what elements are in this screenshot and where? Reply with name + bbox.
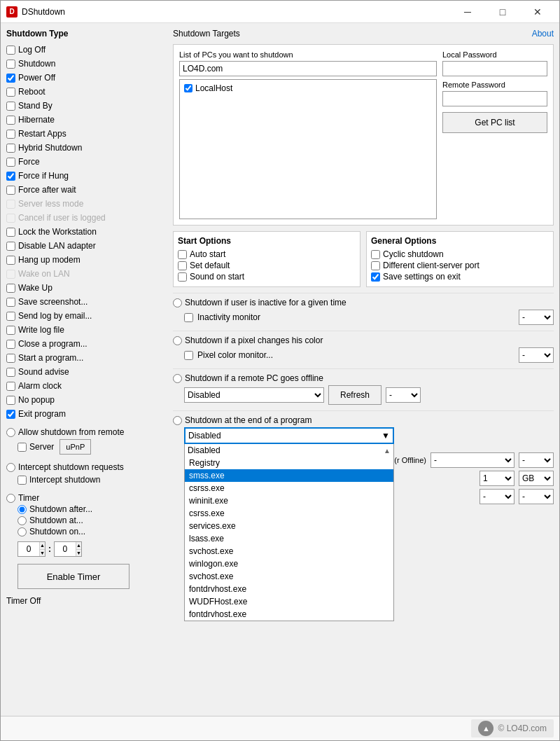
checkbox-start-program-input[interactable] bbox=[6, 354, 15, 363]
checkbox-standby-input[interactable] bbox=[6, 102, 15, 111]
shutdown-at-radio-input[interactable] bbox=[18, 516, 27, 525]
size-value-select[interactable]: 1 bbox=[479, 471, 514, 486]
after-offline-select[interactable]: - bbox=[430, 452, 514, 468]
extra-dropdown-2[interactable]: - bbox=[519, 489, 554, 504]
offline-header: Shutdown if a remote PC goes offline bbox=[173, 373, 554, 383]
checkbox-sound-advise-input[interactable] bbox=[6, 368, 15, 377]
checkbox-power-off-input[interactable] bbox=[6, 74, 15, 83]
checkbox-save-settings-input[interactable] bbox=[371, 272, 380, 282]
checkbox-close-program-input[interactable] bbox=[6, 340, 15, 349]
checkbox-sound-on-start-input[interactable] bbox=[178, 272, 187, 282]
inactive-dropdown[interactable]: - bbox=[519, 310, 554, 325]
timer-radio-input[interactable] bbox=[6, 494, 15, 503]
pc-input[interactable] bbox=[179, 61, 437, 76]
checkbox-save-screenshot-input[interactable] bbox=[6, 298, 15, 307]
checkbox-reboot-input[interactable] bbox=[6, 88, 15, 97]
checkbox-write-log-input[interactable] bbox=[6, 326, 15, 335]
offline-dropdown[interactable]: - bbox=[386, 387, 421, 403]
list-item-wudfhost[interactable]: WUDFHost.exe bbox=[185, 595, 393, 608]
checkbox-shutdown-input[interactable] bbox=[6, 60, 15, 69]
checkbox-no-popup-label: No popup bbox=[18, 395, 55, 405]
maximize-button[interactable]: □ bbox=[486, 1, 519, 23]
checkbox-send-log-input[interactable] bbox=[6, 312, 15, 321]
upnp-button[interactable]: uPnP bbox=[59, 439, 91, 455]
checkbox-force-input[interactable] bbox=[6, 158, 15, 167]
intercept-radio-input[interactable] bbox=[6, 463, 15, 472]
list-item-csrss2[interactable]: csrss.exe bbox=[185, 507, 393, 520]
checkbox-cyclic-input[interactable] bbox=[371, 250, 380, 259]
remote-password-input[interactable] bbox=[442, 91, 547, 106]
pixel-monitor-checkbox[interactable] bbox=[184, 351, 193, 360]
checkbox-hibernate-input[interactable] bbox=[6, 116, 15, 125]
list-item-wininit[interactable]: wininit.exe bbox=[185, 494, 393, 507]
hours-up-button[interactable]: ▲ bbox=[40, 542, 45, 550]
refresh-button[interactable]: Refresh bbox=[328, 385, 382, 405]
after-offline-dropdown[interactable]: - bbox=[519, 452, 554, 468]
checkbox-intercept-input[interactable] bbox=[18, 476, 27, 485]
checkbox-hybrid-shutdown-input[interactable] bbox=[6, 144, 15, 153]
checkbox-force-after-wait-input[interactable] bbox=[6, 186, 15, 195]
pc-list-box[interactable]: LocalHost bbox=[179, 79, 437, 219]
scroll-up-arrow[interactable]: ▲ bbox=[384, 447, 391, 455]
get-pc-list-button[interactable]: Get PC list bbox=[442, 112, 547, 133]
list-item-fontdrvhost1[interactable]: fontdrvhost.exe bbox=[185, 583, 393, 595]
list-item-lsass[interactable]: lsass.exe bbox=[185, 532, 393, 545]
checkbox-log-off-input[interactable] bbox=[6, 46, 15, 55]
enable-timer-button[interactable]: Enable Timer bbox=[18, 564, 130, 589]
checkbox-hangup-modem-input[interactable] bbox=[6, 256, 15, 265]
program-dropdown-list[interactable]: Disabled ▲ Registry smss.exe csrss.exe w… bbox=[184, 444, 394, 621]
size-unit-select[interactable]: GB bbox=[519, 471, 554, 486]
hours-down-button[interactable]: ▼ bbox=[40, 550, 45, 557]
minutes-down-button[interactable]: ▼ bbox=[76, 550, 81, 557]
general-options-box: General Options Cyclic shutdown Differen… bbox=[366, 231, 554, 287]
checkbox-restart-apps-input[interactable] bbox=[6, 130, 15, 139]
localhost-checkbox[interactable] bbox=[184, 84, 192, 92]
list-item-svchost1[interactable]: svchost.exe bbox=[185, 545, 393, 558]
pixel-dropdown[interactable]: - bbox=[519, 347, 554, 363]
checkbox-server-input[interactable] bbox=[18, 443, 27, 452]
offline-select[interactable]: Disabled bbox=[184, 387, 324, 403]
minutes-input[interactable] bbox=[55, 544, 76, 554]
list-item-registry[interactable]: Registry bbox=[185, 457, 393, 469]
allow-shutdown-radio-input[interactable] bbox=[6, 428, 15, 437]
inactive-body: Inactivity monitor - bbox=[173, 310, 554, 325]
pixel-radio[interactable] bbox=[173, 336, 182, 345]
program-radio[interactable] bbox=[173, 416, 182, 425]
checkbox-exit-program-input[interactable] bbox=[6, 410, 15, 419]
about-link[interactable]: About bbox=[532, 29, 554, 39]
checkbox-send-log: Send log by email... bbox=[6, 310, 167, 321]
checkbox-alarm-clock-input[interactable] bbox=[6, 382, 15, 391]
checkbox-no-popup-input[interactable] bbox=[6, 396, 15, 405]
list-item-smss[interactable]: smss.exe bbox=[185, 469, 393, 482]
list-item-services[interactable]: services.exe bbox=[185, 520, 393, 532]
inactivity-monitor-label: Inactivity monitor bbox=[197, 312, 260, 322]
checkbox-wake-on-lan-label: Wake on LAN bbox=[18, 269, 70, 279]
hours-input[interactable] bbox=[18, 544, 39, 554]
inactivity-monitor-checkbox[interactable] bbox=[184, 313, 193, 322]
checkbox-lock-workstation-input[interactable] bbox=[6, 228, 15, 237]
list-item-fontdrvhost2[interactable]: fontdrvhost.exe bbox=[185, 608, 393, 621]
minutes-up-button[interactable]: ▲ bbox=[76, 542, 81, 550]
list-item-svchost2[interactable]: svchost.exe bbox=[185, 570, 393, 583]
checkbox-auto-start-input[interactable] bbox=[178, 250, 187, 259]
close-button[interactable]: ✕ bbox=[522, 1, 554, 23]
shutdown-after-radio-input[interactable] bbox=[18, 505, 27, 514]
checkbox-disable-lan-input[interactable] bbox=[6, 242, 15, 251]
list-item-winlogon[interactable]: winlogon.exe bbox=[185, 558, 393, 570]
checkbox-different-port-input[interactable] bbox=[371, 261, 380, 270]
program-dropdown-header[interactable]: Disabled ▼ bbox=[184, 427, 394, 444]
right-panel: Shutdown Targets About List of PCs you w… bbox=[173, 29, 554, 710]
extra-dropdown-1[interactable]: - bbox=[479, 489, 514, 504]
shutdown-on-radio-input[interactable] bbox=[18, 527, 27, 536]
checkbox-set-default-input[interactable] bbox=[178, 261, 187, 270]
checkbox-wake-up-input[interactable] bbox=[6, 284, 15, 293]
offline-radio[interactable] bbox=[173, 374, 182, 383]
disabled-option[interactable]: Disabled bbox=[188, 445, 384, 455]
inactive-radio[interactable] bbox=[173, 298, 182, 307]
shutdown-at-radio: Shutdown at... bbox=[18, 515, 167, 526]
checkbox-force-if-hung-input[interactable] bbox=[6, 172, 15, 181]
local-password-input[interactable] bbox=[442, 61, 547, 76]
start-options-box: Start Options Auto start Set default Sou… bbox=[173, 231, 360, 287]
minimize-button[interactable]: ─ bbox=[451, 1, 484, 23]
list-item-csrss1[interactable]: csrss.exe bbox=[185, 482, 393, 494]
